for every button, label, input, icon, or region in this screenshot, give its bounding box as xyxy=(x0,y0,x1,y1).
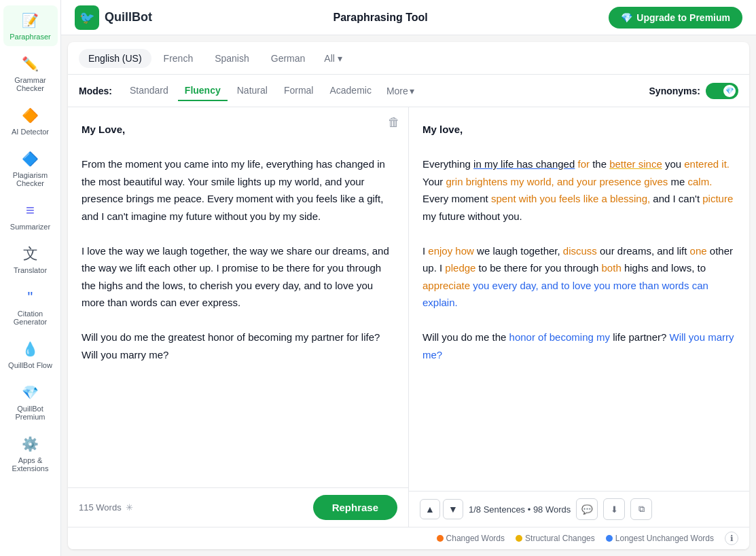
all-languages-dropdown[interactable]: All ▾ xyxy=(317,49,349,68)
sidebar-item-citation[interactable]: " Citation Generator xyxy=(3,282,58,331)
sidebar-item-apps[interactable]: ⚙️ Apps & Extensions xyxy=(3,429,58,478)
download-icon: ⬇ xyxy=(611,504,618,515)
apps-icon: ⚙️ xyxy=(21,434,40,453)
snowflake-icon: ✳ xyxy=(126,502,133,513)
copy-icon: ⧉ xyxy=(638,504,645,515)
sentence-navigation: ▲ ▼ xyxy=(420,499,463,519)
download-button[interactable]: ⬇ xyxy=(603,498,625,520)
rephrase-button[interactable]: Rephrase xyxy=(313,495,397,520)
prev-sentence-button[interactable]: ▲ xyxy=(420,499,440,519)
mode-academic[interactable]: Academic xyxy=(323,81,378,101)
lang-tab-spanish[interactable]: Spanish xyxy=(205,49,259,68)
panels: 🗑 My Love, From the moment you came into… xyxy=(68,107,749,527)
tool-area: English (US) French Spanish German All ▾… xyxy=(68,42,749,549)
input-content[interactable]: 🗑 My Love, From the moment you came into… xyxy=(68,107,408,487)
longest-label: Longest Unchanged Words xyxy=(615,534,714,543)
sidebar: 📝 Paraphraser ✏️ Grammar Checker 🔶 AI De… xyxy=(0,0,61,556)
sidebar-label-flow: QuillBot Flow xyxy=(8,361,52,369)
mode-natural[interactable]: Natural xyxy=(230,81,274,101)
input-paragraph-2: I love the way we laugh together, the wa… xyxy=(82,242,395,312)
mode-tabs: Standard Fluency Natural Formal Academic… xyxy=(123,81,420,101)
sidebar-item-grammar[interactable]: ✏️ Grammar Checker xyxy=(3,49,58,98)
legend: Changed Words Structural Changes Longest… xyxy=(68,527,749,549)
output-paragraph-1: Everything in my life has changed for th… xyxy=(422,155,736,225)
mode-bar: Modes: Standard Fluency Natural Formal A… xyxy=(68,75,749,107)
citation-icon: " xyxy=(21,288,40,307)
output-controls: ▲ ▼ 1/8 Sentences • 98 Words 💬 ⬇ xyxy=(420,498,652,520)
legend-longest: Longest Unchanged Words xyxy=(606,534,714,543)
lang-tab-french[interactable]: French xyxy=(154,49,203,68)
sidebar-item-plagiarism[interactable]: 🔷 Plagiarism Checker xyxy=(3,144,58,193)
plagiarism-icon: 🔷 xyxy=(21,149,40,168)
legend-structural: Structural Changes xyxy=(516,534,595,543)
sentence-info: 1/8 Sentences • 98 Words xyxy=(469,504,571,515)
legend-info-button[interactable]: ℹ xyxy=(725,532,738,545)
sidebar-item-paraphraser[interactable]: 📝 Paraphraser xyxy=(3,5,58,46)
sidebar-label-apps: Apps & Extensions xyxy=(6,456,55,472)
logo-icon: 🐦 xyxy=(75,5,99,30)
input-panel: 🗑 My Love, From the moment you came into… xyxy=(68,107,409,527)
more-modes-button[interactable]: More ▾ xyxy=(381,81,420,100)
language-tabs: English (US) French Spanish German All ▾ xyxy=(68,42,749,75)
word-count-number: 115 Words xyxy=(79,502,122,513)
input-heading: My Love, xyxy=(82,121,395,138)
logo: 🐦 QuillBot xyxy=(75,5,152,30)
mode-formal[interactable]: Formal xyxy=(277,81,321,101)
output-content: My love, Everything in my life has chang… xyxy=(409,107,749,491)
flow-icon: 💧 xyxy=(21,339,40,358)
header: 🐦 QuillBot Paraphrasing Tool 💎 Upgrade t… xyxy=(61,0,756,35)
copy-button[interactable]: ⧉ xyxy=(630,498,652,520)
sidebar-label-summarizer: Summarizer xyxy=(10,223,50,231)
lang-tab-english[interactable]: English (US) xyxy=(79,49,151,68)
more-label: More xyxy=(386,86,408,96)
input-paragraph-3: Will you do me the greatest honor of bec… xyxy=(82,329,395,363)
main-content: 🐦 QuillBot Paraphrasing Tool 💎 Upgrade t… xyxy=(61,0,756,556)
sidebar-item-flow[interactable]: 💧 QuillBot Flow xyxy=(3,334,58,375)
sidebar-item-ai-detector[interactable]: 🔶 AI Detector xyxy=(3,100,58,141)
output-heading: My love, xyxy=(422,121,736,138)
next-sentence-button[interactable]: ▼ xyxy=(443,499,463,519)
changed-label: Changed Words xyxy=(446,534,505,543)
quote-button[interactable]: 💬 xyxy=(576,498,598,520)
synonyms-label: Synonyms: xyxy=(649,86,700,96)
input-paragraph-1: From the moment you came into my life, e… xyxy=(82,155,395,225)
structural-dot xyxy=(516,535,522,542)
chevron-down-icon: ▾ xyxy=(338,53,342,64)
changed-dot xyxy=(437,535,444,542)
longest-dot xyxy=(606,535,613,542)
sidebar-item-summarizer[interactable]: ≡ Summarizer xyxy=(3,196,58,236)
all-label: All xyxy=(324,53,335,64)
premium-icon: 💎 xyxy=(21,383,40,402)
diamond-icon: 💎 xyxy=(621,12,632,23)
ai-detector-icon: 🔶 xyxy=(21,106,40,125)
sidebar-item-translator[interactable]: 文 Translator xyxy=(3,239,58,280)
sidebar-label-ai-detector: AI Detector xyxy=(12,128,49,136)
logo-text: QuillBot xyxy=(105,10,152,24)
clear-input-button[interactable]: 🗑 xyxy=(388,115,400,130)
sidebar-label-citation: Citation Generator xyxy=(6,310,55,326)
grammar-icon: ✏️ xyxy=(21,54,40,73)
output-paragraph-2: I enjoy how we laugh together, discuss o… xyxy=(422,242,736,312)
sidebar-label-plagiarism: Plagiarism Checker xyxy=(6,171,55,187)
mode-fluency[interactable]: Fluency xyxy=(178,81,228,101)
sidebar-item-premium[interactable]: 💎 QuillBot Premium xyxy=(3,377,58,426)
quote-icon: 💬 xyxy=(581,504,593,515)
synonyms-toggle[interactable] xyxy=(706,83,738,99)
sidebar-label-grammar: Grammar Checker xyxy=(6,76,55,92)
chevron-down-icon: ▾ xyxy=(410,86,414,96)
mode-standard[interactable]: Standard xyxy=(123,81,175,101)
synonyms-control: Synonyms: xyxy=(649,83,738,99)
lang-tab-german[interactable]: German xyxy=(262,49,315,68)
output-panel: My love, Everything in my life has chang… xyxy=(409,107,749,527)
output-link-2[interactable]: honor of becoming my xyxy=(509,331,610,343)
upgrade-button[interactable]: 💎 Upgrade to Premium xyxy=(609,7,742,29)
output-footer: ▲ ▼ 1/8 Sentences • 98 Words 💬 ⬇ xyxy=(409,491,749,527)
input-footer: 115 Words ✳ Rephrase xyxy=(68,487,408,527)
summarizer-icon: ≡ xyxy=(21,201,40,220)
output-paragraph-3: Will you do me the honor of becoming my … xyxy=(422,329,736,363)
modes-label: Modes: xyxy=(79,86,112,96)
translator-icon: 文 xyxy=(21,244,40,263)
legend-changed: Changed Words xyxy=(437,534,505,543)
sidebar-label-premium: QuillBot Premium xyxy=(6,405,55,421)
sidebar-label-translator: Translator xyxy=(14,266,47,274)
